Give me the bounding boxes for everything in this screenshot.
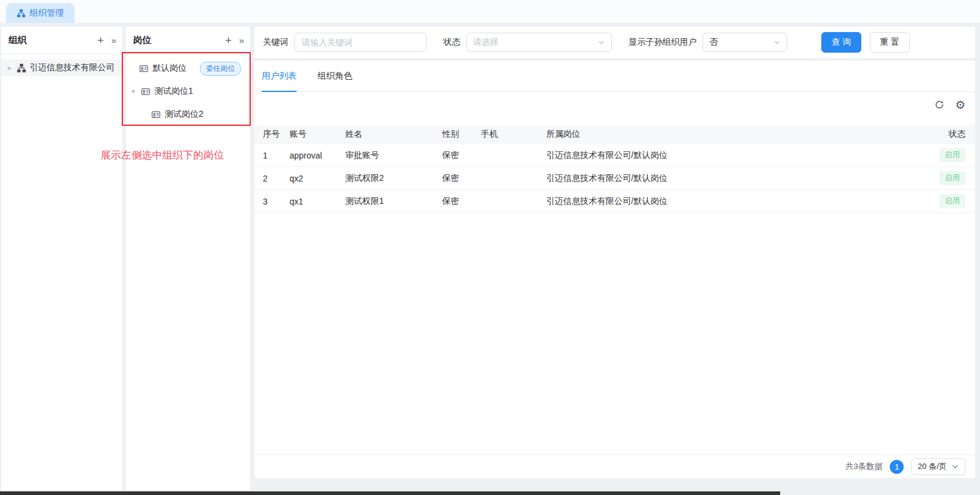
cell-status: 启用 [939,148,965,162]
position-tree-node[interactable]: 默认岗位 委任岗位 [126,61,250,76]
table-row[interactable]: 3 qx1 测试权限1 保密 引迈信息技术有限公司/默认岗位 启用 [254,190,975,213]
total-count-text: 共3条数据 [846,461,883,472]
cell-gender: 保密 [442,150,481,161]
position-node-label: 测试岗位2 [165,109,204,120]
status-select[interactable]: 请选择 [466,33,612,52]
cell-position: 引迈信息技术有限公司/默认岗位 [546,196,918,207]
position-panel-header: 岗位 + » [126,27,250,54]
column-header-name: 姓名 [345,129,442,140]
cell-status: 启用 [939,171,965,185]
keyword-label: 关键词 [263,37,288,48]
cell-status: 启用 [939,194,965,208]
position-node-label: 测试岗位1 [154,86,193,97]
status-badge: 启用 [939,194,965,208]
caret-down-icon: ▾ [130,87,137,96]
org-chart-icon [17,64,26,73]
page-size-select[interactable]: 20 条/页 [911,458,965,475]
table-toolbar: ⚙ [254,92,975,117]
status-badge: 启用 [939,171,965,185]
position-node-label: 默认岗位 [153,63,187,74]
position-panel-title: 岗位 [133,34,225,46]
org-panel-header: 组织 + » [1,27,122,54]
cell-index: 3 [263,197,290,206]
column-header-status: 状态 [949,129,965,140]
cell-index: 1 [263,151,290,160]
cell-name: 审批账号 [345,150,442,161]
chevron-down-icon [952,463,959,470]
tab-org-role[interactable]: 组织角色 [317,61,353,91]
descendant-users-select[interactable]: 否 [703,33,787,52]
reset-button[interactable]: 重 置 [870,32,910,53]
page: 组织管理 组织 + » ▸ 引迈信息技术有限公司 岗位 + [0,0,980,495]
org-panel: 组织 + » ▸ 引迈信息技术有限公司 [1,27,122,490]
add-position-button[interactable]: + [225,34,232,46]
cell-gender: 保密 [442,196,481,207]
org-tree-node[interactable]: ▸ 引迈信息技术有限公司 [1,59,122,76]
cell-name: 测试权限1 [345,196,442,207]
cell-position: 引迈信息技术有限公司/默认岗位 [546,173,918,184]
position-tree: 默认岗位 委任岗位 ▾ 测试岗位1 [126,54,250,122]
add-org-button[interactable]: + [98,34,104,46]
keyword-input[interactable] [294,33,426,52]
table-empty-area [254,213,975,454]
table-row[interactable]: 1 approval 审批账号 保密 引迈信息技术有限公司/默认岗位 启用 [254,144,975,167]
org-node-label: 引迈信息技术有限公司 [30,62,114,73]
cell-account: approval [290,151,345,160]
collapse-position-panel-button[interactable]: » [239,36,243,45]
page-1-button[interactable]: 1 [890,460,904,474]
appointment-badge: 委任岗位 [200,62,241,76]
cell-account: qx1 [290,197,345,206]
page-size-value: 20 条/页 [918,461,947,472]
descendant-users-label: 显示子孙组织用户 [629,37,697,48]
table-row[interactable]: 2 qx2 测试权限2 保密 引迈信息技术有限公司/默认岗位 启用 [254,167,975,190]
chevron-down-icon [598,39,605,46]
table-header-row: 序号 账号 姓名 性别 手机 所属岗位 状态 [254,125,975,144]
chevron-down-icon [773,39,781,46]
column-header-account: 账号 [290,129,345,140]
caret-right-icon: ▸ [6,64,13,72]
column-header-index: 序号 [263,129,290,140]
tab-user-list[interactable]: 用户列表 [262,61,297,91]
pagination-bar: 共3条数据 1 20 条/页 [254,454,975,478]
refresh-icon[interactable] [934,99,945,110]
cell-index: 2 [263,174,290,183]
filter-bar: 关键词 状态 请选择 显示子孙组织用户 否 查 询 重 置 [254,27,975,58]
column-header-gender: 性别 [442,129,481,140]
id-card-icon [151,110,161,119]
settings-icon[interactable]: ⚙ [955,99,965,111]
collapse-org-panel-button[interactable]: » [111,36,115,45]
cell-account: qx2 [290,174,345,183]
column-header-position: 所属岗位 [546,129,918,140]
position-tree-node[interactable]: ▾ 测试岗位1 [126,84,250,99]
content-panel: 用户列表 组织角色 ⚙ 序号 账号 姓名 性别 手机 所属岗位 状态 1 app… [254,61,975,478]
position-tree-node[interactable]: 测试岗位2 [126,107,250,122]
status-select-placeholder: 请选择 [473,37,598,48]
cell-name: 测试权限2 [345,173,442,184]
column-header-phone: 手机 [481,129,546,140]
content-tabs: 用户列表 组织角色 [254,61,975,92]
search-button[interactable]: 查 询 [821,32,861,53]
cell-gender: 保密 [442,173,481,184]
org-chart-icon [17,9,25,18]
position-panel: 岗位 + » 默认岗位 委任岗位 ▾ [126,27,250,490]
id-card-icon [139,64,148,73]
horizontal-scrollbar[interactable] [0,491,780,495]
cell-position: 引迈信息技术有限公司/默认岗位 [546,150,918,161]
status-badge: 启用 [939,148,965,162]
id-card-icon [141,87,150,96]
descendant-users-value: 否 [709,37,773,48]
tab-org-management[interactable]: 组织管理 [6,3,74,23]
annotation-text: 展示左侧选中组织下的岗位 [101,148,224,162]
org-panel-title: 组织 [8,34,98,46]
tab-label: 组织管理 [30,8,64,19]
top-tab-bar: 组织管理 [0,0,980,23]
status-label: 状态 [443,37,460,48]
